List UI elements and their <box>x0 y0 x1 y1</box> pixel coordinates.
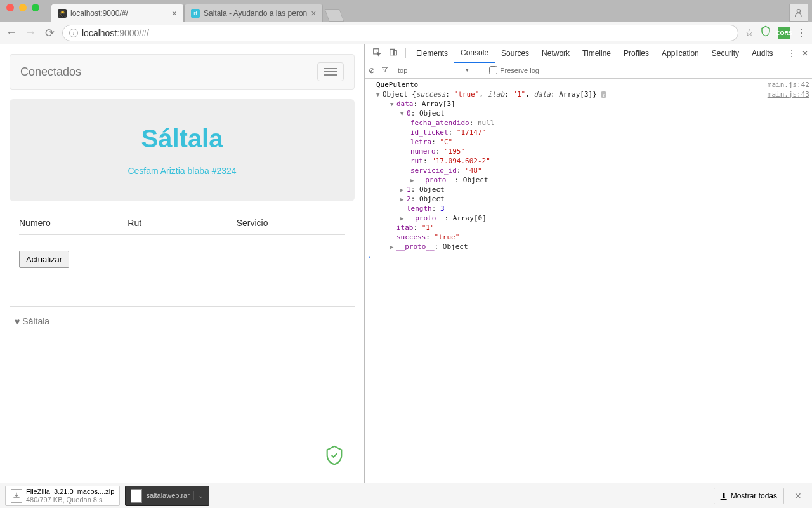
devtools-tab-audits[interactable]: Audits <box>745 44 779 62</box>
device-toolbar-icon[interactable] <box>385 48 402 58</box>
navbar-brand[interactable]: Conectados <box>20 65 81 79</box>
window-minimize-icon[interactable] <box>19 4 27 11</box>
downloads-bar: FileZilla_3.21.0_macos....zip 480/797 KB… <box>0 483 812 508</box>
devtools-tab-profiles[interactable]: Profiles <box>617 44 655 62</box>
show-all-downloads-button[interactable]: ⬇ Mostrar todas <box>714 488 784 504</box>
reload-button[interactable]: ⟳ <box>43 26 56 40</box>
clear-console-icon[interactable]: ⊘ <box>369 66 375 75</box>
devtools-tab-timeline[interactable]: Timeline <box>576 44 617 62</box>
object-property: success: "true" <box>367 233 809 241</box>
cors-extension-icon[interactable]: CORS <box>778 27 790 39</box>
console-filter-bar: ⊘ top▼ Preserve log <box>365 62 812 79</box>
devtools-tab-security[interactable]: Security <box>705 44 745 62</box>
expand-arrow-icon[interactable] <box>376 91 383 98</box>
object-property: id_ticket: "17147" <box>367 128 809 137</box>
object-property[interactable]: 2: Object <box>367 195 809 203</box>
tab-close-icon[interactable]: × <box>311 8 316 18</box>
object-property[interactable]: 1: Object <box>367 185 809 194</box>
object-property[interactable]: __proto__: Object <box>367 176 809 184</box>
inspect-element-icon[interactable] <box>369 48 385 58</box>
expand-arrow-icon[interactable] <box>400 187 407 193</box>
expand-arrow-icon[interactable] <box>390 244 396 250</box>
object-property[interactable]: __proto__: Array[0] <box>367 214 809 222</box>
devtools-toolbar: Elements Console Sources Network Timelin… <box>365 44 812 62</box>
object-property[interactable]: 0: Object <box>367 109 809 117</box>
download-progress-text: 480/797 KB, Quedan 8 s <box>26 496 114 504</box>
devtools-tab-elements[interactable]: Elements <box>410 44 454 62</box>
object-property: itab: "1" <box>367 224 809 232</box>
object-property: fecha_atendido: null <box>367 119 809 127</box>
tab-close-icon[interactable]: × <box>172 8 177 18</box>
page-navbar: Conectados <box>10 54 355 90</box>
download-arrow-icon: ⬇ <box>721 491 727 500</box>
file-icon <box>11 489 22 503</box>
context-selector[interactable]: top▼ <box>395 65 483 76</box>
expand-arrow-icon[interactable] <box>390 101 396 107</box>
refresh-button[interactable]: Actualizar <box>19 251 69 268</box>
browser-tab-active[interactable]: 🥷 localhost:9000/#/ × <box>51 4 184 22</box>
console-object[interactable]: Object {success: "true", itab: "1", data… <box>367 90 768 98</box>
tab-title: Saltala - Ayudando a las peron <box>204 9 307 18</box>
window-close-icon[interactable] <box>6 4 14 11</box>
expand-arrow-icon[interactable] <box>410 177 417 184</box>
object-property[interactable]: data: Array[3] <box>367 100 809 108</box>
console-log-text: QuePulento <box>367 81 768 89</box>
close-downloads-bar-icon[interactable]: ✕ <box>789 491 807 501</box>
devtools-panel: Elements Console Sources Network Timelin… <box>365 44 812 483</box>
forward-button: → <box>24 26 37 39</box>
devtools-tab-application[interactable]: Application <box>655 44 705 62</box>
table-header-row: Numero Rut Servicio <box>19 211 345 235</box>
object-property: length: 3 <box>367 204 809 213</box>
devtools-close-icon[interactable]: ✕ <box>802 49 808 58</box>
heart-icon: ♥ <box>15 316 20 326</box>
chevron-down-icon: ▼ <box>464 67 469 73</box>
bookmark-star-icon[interactable]: ☆ <box>745 27 754 39</box>
navbar-toggle-button[interactable] <box>317 62 344 81</box>
new-tab-button[interactable] <box>325 9 344 22</box>
profile-button[interactable] <box>789 4 808 22</box>
table-header: Rut <box>128 218 236 228</box>
expand-arrow-icon[interactable] <box>400 215 407 222</box>
site-info-icon[interactable]: i <box>69 29 78 37</box>
window-zoom-icon[interactable] <box>32 4 39 11</box>
filter-icon[interactable] <box>381 66 388 75</box>
info-badge-icon[interactable]: i <box>601 91 606 98</box>
object-property: numero: "195" <box>367 147 809 156</box>
table-header: Numero <box>19 218 128 228</box>
tab-favicon-icon: 🥷 <box>58 9 67 18</box>
console-source-link[interactable]: main.js:42 <box>768 81 809 89</box>
devtools-menu-icon[interactable]: ⋮ <box>788 49 796 58</box>
back-button[interactable]: ← <box>5 26 18 39</box>
preserve-log-input[interactable] <box>489 66 497 74</box>
download-item[interactable]: FileZilla_3.21.0_macos....zip 480/797 KB… <box>5 486 120 506</box>
preserve-log-checkbox[interactable]: Preserve log <box>489 66 539 74</box>
console-source-link[interactable]: main.js:43 <box>768 90 809 98</box>
expand-arrow-icon[interactable] <box>400 110 407 117</box>
console-prompt[interactable]: › <box>365 251 812 262</box>
tab-title: localhost:9000/#/ <box>70 9 128 18</box>
expand-arrow-icon[interactable] <box>400 196 407 203</box>
jumbotron: Sáltala Cesfam Ariztia blaba #2324 <box>10 99 355 201</box>
file-icon <box>131 489 142 503</box>
devtools-tab-network[interactable]: Network <box>535 44 576 62</box>
jumbotron-subtitle: Cesfam Ariztia blaba #2324 <box>22 166 342 176</box>
object-property[interactable]: __proto__: Object <box>367 243 809 251</box>
page-viewport: Conectados Sáltala Cesfam Ariztia blaba … <box>0 44 365 483</box>
address-bar[interactable]: i localhost:9000/#/ <box>62 25 738 41</box>
table-header: Servicio <box>237 218 345 228</box>
chevron-down-icon[interactable]: ⌄ <box>193 491 204 500</box>
data-table: Numero Rut Servicio <box>19 211 345 235</box>
tab-favicon-icon: rt <box>191 9 200 18</box>
browser-tab-inactive[interactable]: rt Saltala - Ayudando a las peron × <box>184 4 323 22</box>
url-host: localhost <box>82 28 117 38</box>
download-item[interactable]: saltalaweb.rar ⌄ <box>125 486 209 506</box>
object-property: rut: "17.094.602-2" <box>367 157 809 165</box>
browser-menu-icon[interactable]: ⋮ <box>797 27 807 39</box>
console-output[interactable]: QuePulentomain.js:42 Object {success: "t… <box>365 79 812 483</box>
adguard-page-shield-icon[interactable] <box>324 444 345 471</box>
download-filename: saltalaweb.rar <box>146 491 189 499</box>
devtools-tab-sources[interactable]: Sources <box>495 44 535 62</box>
devtools-tab-console[interactable]: Console <box>454 44 495 63</box>
adblock-shield-icon[interactable] <box>760 25 771 40</box>
jumbotron-title: Sáltala <box>22 124 342 153</box>
